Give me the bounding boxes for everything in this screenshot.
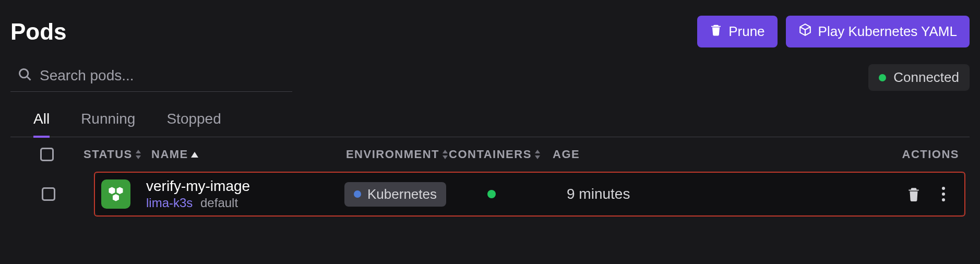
tab-all[interactable]: All xyxy=(33,111,50,138)
column-header-name[interactable]: NAME xyxy=(151,148,350,161)
environment-pill: Kubernetes xyxy=(344,182,446,207)
table-row-highlight: verify-my-image lima-k3s default Kuberne… xyxy=(94,172,965,217)
svg-marker-7 xyxy=(535,150,540,153)
header-actions: Prune Play Kubernetes YAML xyxy=(697,16,970,47)
play-kubernetes-yaml-button[interactable]: Play Kubernetes YAML xyxy=(786,16,970,47)
table-row[interactable]: verify-my-image lima-k3s default Kuberne… xyxy=(95,173,964,215)
svg-marker-5 xyxy=(443,150,448,153)
pod-name-block: verify-my-image lima-k3s default xyxy=(146,178,334,210)
search-box[interactable] xyxy=(10,63,292,92)
sort-icon xyxy=(135,150,142,159)
cube-icon xyxy=(798,23,812,40)
connection-status-badge: Connected xyxy=(868,64,970,91)
sort-icon xyxy=(441,150,449,159)
play-yaml-label: Play Kubernetes YAML xyxy=(818,23,957,40)
svg-point-10 xyxy=(942,193,945,196)
svg-line-1 xyxy=(27,77,31,80)
column-header-environment[interactable]: ENVIRONMENT xyxy=(350,148,449,161)
table-header: STATUS NAME ENVIRONMENT CONTAINERS AGE xyxy=(10,137,970,172)
row-checkbox[interactable] xyxy=(42,187,55,201)
column-header-actions: ACTIONS xyxy=(728,148,970,161)
filter-tabs: All Running Stopped xyxy=(10,111,970,137)
svg-marker-6 xyxy=(443,155,448,159)
row-actions xyxy=(725,186,964,202)
sort-asc-icon xyxy=(190,148,199,161)
svg-point-9 xyxy=(942,187,945,190)
container-status-dot-icon xyxy=(487,190,496,198)
prune-label: Prune xyxy=(728,23,764,40)
svg-marker-4 xyxy=(191,152,198,158)
select-all-checkbox[interactable] xyxy=(40,148,54,161)
search-input[interactable] xyxy=(40,67,290,84)
column-header-age[interactable]: AGE xyxy=(540,148,728,161)
env-dot-icon xyxy=(354,190,361,198)
search-icon xyxy=(18,67,32,84)
svg-point-0 xyxy=(20,69,28,78)
svg-marker-3 xyxy=(136,155,141,159)
svg-marker-2 xyxy=(136,150,141,153)
column-header-status[interactable]: STATUS xyxy=(83,148,151,161)
pod-status-icon xyxy=(101,179,130,209)
svg-point-11 xyxy=(942,198,945,201)
connection-status-label: Connected xyxy=(893,69,959,86)
status-dot-icon xyxy=(879,74,886,81)
prune-button[interactable]: Prune xyxy=(697,16,777,47)
age-cell: 9 minutes xyxy=(537,186,725,202)
page-title: Pods xyxy=(10,19,67,45)
environment-label: Kubernetes xyxy=(367,186,437,202)
column-header-containers[interactable]: CONTAINERS xyxy=(449,148,540,161)
delete-button[interactable] xyxy=(907,186,921,202)
containers-cell xyxy=(446,190,537,198)
tab-stopped[interactable]: Stopped xyxy=(166,111,221,138)
tab-running[interactable]: Running xyxy=(81,111,135,138)
svg-marker-8 xyxy=(535,155,540,159)
pod-namespace: default xyxy=(200,196,238,210)
pod-name: verify-my-image xyxy=(146,178,334,195)
kebab-menu-button[interactable] xyxy=(941,186,946,202)
pod-cluster[interactable]: lima-k3s xyxy=(146,196,193,210)
trash-icon xyxy=(710,23,722,40)
